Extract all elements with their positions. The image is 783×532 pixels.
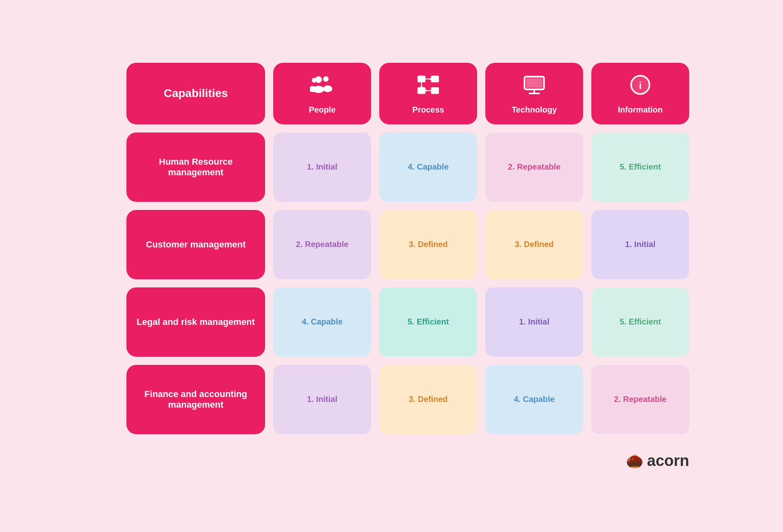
svg-text:i: i bbox=[639, 79, 642, 91]
customer-process: 3. Defined bbox=[379, 210, 477, 279]
hr-information: 5. Efficient bbox=[591, 132, 689, 202]
legal-people: 4. Capable bbox=[273, 287, 371, 357]
svg-point-4 bbox=[312, 77, 317, 82]
row-label-legal: Legal and risk management bbox=[126, 287, 265, 357]
svg-rect-20 bbox=[526, 78, 542, 88]
finance-people: 1. Initial bbox=[273, 365, 371, 434]
acorn-icon: 🌰 bbox=[626, 453, 643, 469]
legal-information: 5. Efficient bbox=[591, 287, 689, 357]
people-header: People bbox=[273, 63, 371, 124]
logo-text: acorn bbox=[647, 452, 689, 470]
finance-label: Finance and accounting management bbox=[136, 389, 255, 410]
hr-process: 4. Capable bbox=[379, 132, 477, 202]
process-header: Process bbox=[379, 63, 477, 124]
finance-information: 2. Repeatable bbox=[591, 365, 689, 434]
svg-point-2 bbox=[323, 76, 329, 82]
people-label: People bbox=[309, 105, 336, 115]
people-icon bbox=[310, 73, 334, 97]
legal-technology: 1. Initial bbox=[485, 287, 583, 357]
technology-label: Technology bbox=[512, 105, 557, 115]
legal-process: 5. Efficient bbox=[379, 287, 477, 357]
finance-process: 3. Defined bbox=[379, 365, 477, 434]
logo-area: 🌰 acorn bbox=[126, 442, 689, 470]
legal-label: Legal and risk management bbox=[137, 317, 255, 327]
technology-header: Technology bbox=[485, 63, 583, 124]
capabilities-label: Capabilities bbox=[164, 87, 228, 100]
svg-point-3 bbox=[323, 85, 332, 92]
customer-information: 1. Initial bbox=[591, 210, 689, 279]
customer-technology: 3. Defined bbox=[485, 210, 583, 279]
process-icon bbox=[416, 73, 440, 97]
row-label-hr: Human Resource management bbox=[126, 132, 265, 202]
information-icon: i bbox=[628, 73, 652, 97]
finance-technology: 4. Capable bbox=[485, 365, 583, 434]
logo: 🌰 acorn bbox=[626, 452, 689, 470]
customer-label: Customer management bbox=[146, 239, 246, 250]
capabilities-header: Capabilities bbox=[126, 63, 265, 124]
process-label: Process bbox=[412, 105, 444, 115]
hr-people: 1. Initial bbox=[273, 132, 371, 202]
customer-people: 2. Repeatable bbox=[273, 210, 371, 279]
row-label-customer: Customer management bbox=[126, 210, 265, 279]
svg-rect-6 bbox=[418, 75, 426, 82]
technology-icon bbox=[522, 73, 546, 97]
hr-label: Human Resource management bbox=[136, 157, 255, 178]
information-header: i Information bbox=[591, 63, 689, 124]
row-label-finance: Finance and accounting management bbox=[126, 365, 265, 434]
main-container: Capabilities People bbox=[126, 63, 657, 470]
svg-rect-9 bbox=[431, 87, 439, 94]
information-label: Information bbox=[618, 105, 663, 115]
hr-technology: 2. Repeatable bbox=[485, 132, 583, 202]
capability-grid: Capabilities People bbox=[126, 63, 657, 470]
